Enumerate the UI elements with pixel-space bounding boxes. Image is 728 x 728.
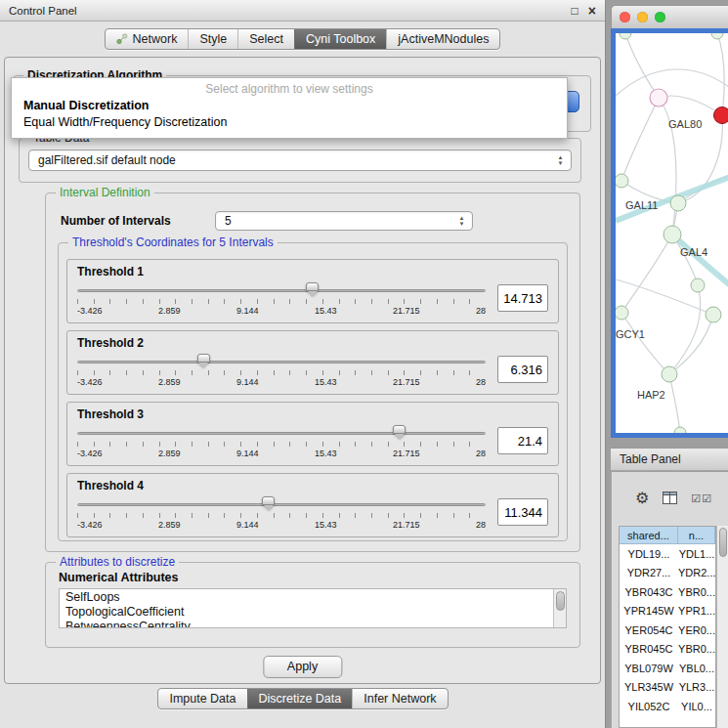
threshold-1-box: Threshold 1 -3.4262.8599.14415.4321.7152… bbox=[66, 259, 559, 323]
table-cell: YBR0... bbox=[678, 586, 715, 598]
tick-label: 28 bbox=[476, 377, 486, 387]
control-panel-titlebar[interactable]: Control Panel □ × bbox=[0, 0, 605, 21]
selected-red-node[interactable] bbox=[714, 107, 728, 124]
stepper-icon[interactable]: ▲▼ bbox=[454, 214, 469, 228]
table-cell: YER0... bbox=[678, 624, 715, 636]
slider-track[interactable] bbox=[77, 361, 486, 364]
threshold-4-slider[interactable] bbox=[77, 496, 486, 512]
threshold-1-value-field[interactable]: 14.713 bbox=[497, 284, 548, 312]
settings-gear-icon[interactable]: ⚙ bbox=[635, 491, 649, 506]
table-cell: YLR345W bbox=[620, 681, 678, 693]
table-cell: YBR0... bbox=[678, 643, 715, 655]
table-cell: YBL079W bbox=[620, 663, 678, 674]
combo-value: 5 bbox=[225, 214, 232, 228]
tick-label: 21.715 bbox=[393, 306, 420, 316]
zoom-traffic-light[interactable] bbox=[655, 12, 665, 22]
tab-label: Infer Network bbox=[364, 692, 436, 706]
cyni-toolbox-panel: Discretization Algorithm Select algorith… bbox=[4, 57, 601, 684]
threshold-1-slider[interactable] bbox=[77, 282, 486, 298]
number-of-intervals-combo[interactable]: 5 ▲▼ bbox=[215, 211, 473, 231]
popup-option-equal-width-frequency[interactable]: Equal Width/Frequency Discretization bbox=[12, 114, 567, 131]
tab-label: Discretize Data bbox=[259, 692, 342, 706]
float-window-icon[interactable]: □ bbox=[572, 4, 578, 18]
threshold-3-box: Threshold 3 -3.4262.8599.14415.4321.7152… bbox=[66, 402, 559, 466]
table-row[interactable]: YPR145WYPR1... bbox=[620, 602, 715, 621]
threshold-4-value-field[interactable]: 11.344 bbox=[497, 498, 548, 526]
threshold-2-value-field[interactable]: 6.316 bbox=[497, 356, 548, 383]
slider-track[interactable] bbox=[77, 289, 486, 292]
slider-ticks bbox=[77, 299, 486, 304]
table-row[interactable]: YER054CYER0... bbox=[620, 621, 715, 640]
tab-jactivemnodules[interactable]: jActiveMNodules bbox=[386, 29, 499, 49]
algorithm-dropdown-popup: Select algorithm to view settings Manual… bbox=[11, 77, 568, 139]
network-canvas[interactable]: GAL80 GAL11 GAL4 GCY1 HAP2 bbox=[611, 28, 728, 438]
slider-ticks bbox=[77, 442, 486, 447]
tick-label: 21.715 bbox=[393, 449, 420, 458]
threshold-3-slider[interactable] bbox=[77, 425, 486, 441]
list-scrollbar[interactable] bbox=[553, 589, 566, 627]
tab-select[interactable]: Select bbox=[237, 29, 294, 49]
popup-placeholder: Select algorithm to view settings bbox=[12, 81, 567, 98]
select-columns-checkbox-icon[interactable]: ☑☑ bbox=[691, 491, 712, 506]
table-scrollbar[interactable] bbox=[716, 526, 728, 728]
tab-label: Cyni Toolbox bbox=[306, 32, 375, 46]
slider-thumb[interactable] bbox=[197, 354, 210, 363]
table-row[interactable]: YLR345WYLR3... bbox=[620, 678, 715, 698]
table-cell: YPR145W bbox=[620, 605, 678, 617]
list-item[interactable]: BetweennessCentrality bbox=[60, 619, 566, 628]
network-window-titlebar[interactable] bbox=[611, 5, 728, 28]
node-attribute-table: shared... n... YDL19...YDL1... YDR27...Y… bbox=[619, 526, 716, 728]
tab-infer-network[interactable]: Infer Network bbox=[352, 689, 447, 708]
column-header[interactable]: shared... bbox=[620, 527, 678, 544]
table-cell: YIL0... bbox=[678, 701, 715, 712]
minimize-traffic-light[interactable] bbox=[637, 12, 648, 22]
slider-track[interactable] bbox=[77, 503, 486, 506]
table-data-group: Table Data galFiltered.sif default node … bbox=[19, 138, 581, 183]
slider-ticks bbox=[77, 513, 486, 518]
slider-thumb[interactable] bbox=[306, 282, 319, 291]
threshold-3-value-field[interactable]: 21.4 bbox=[497, 427, 548, 454]
list-item[interactable]: TopologicalCoefficient bbox=[60, 604, 566, 619]
table-row[interactable]: YIL052CYIL0... bbox=[620, 697, 715, 716]
table-row[interactable]: YDL19...YDL1... bbox=[620, 544, 715, 564]
node-label: HAP2 bbox=[637, 389, 665, 401]
table-row[interactable]: YBL079WYBL0... bbox=[620, 659, 715, 678]
tab-network[interactable]: Network bbox=[106, 29, 189, 49]
column-header[interactable]: n... bbox=[678, 527, 715, 544]
table-panel-titlebar[interactable]: Table Panel bbox=[611, 448, 728, 471]
table-cell: YBR043C bbox=[620, 586, 678, 598]
table-data-combo[interactable]: galFiltered.sif default node ▲▼ bbox=[28, 150, 572, 171]
tab-style[interactable]: Style bbox=[188, 29, 237, 49]
close-icon[interactable]: × bbox=[588, 3, 596, 19]
column-layout-icon[interactable] bbox=[663, 492, 677, 504]
table-panel: ⚙ ☑☑ shared... n... YDL19...YDL1... YDR2… bbox=[611, 472, 728, 728]
stepper-icon[interactable]: ▲▼ bbox=[553, 152, 568, 168]
attributes-to-discretize-group: Attributes to discretize Numerical Attri… bbox=[45, 562, 580, 648]
threshold-label: Threshold 2 bbox=[77, 336, 548, 350]
group-title: Threshold's Coordinates for 5 Intervals bbox=[68, 236, 278, 249]
tab-discretize-data[interactable]: Discretize Data bbox=[247, 689, 353, 708]
slider-track[interactable] bbox=[77, 432, 486, 435]
close-traffic-light[interactable] bbox=[620, 12, 630, 22]
tick-label: 9.144 bbox=[236, 377, 259, 387]
number-of-intervals-row: Number of Intervals 5 ▲▼ bbox=[61, 211, 569, 231]
tab-impute-data[interactable]: Impute Data bbox=[158, 689, 246, 708]
slider-tick-labels: -3.4262.8599.14415.4321.71528 bbox=[77, 377, 486, 387]
network-nodes[interactable] bbox=[616, 33, 723, 433]
network-graph[interactable]: GAL80 GAL11 GAL4 GCY1 HAP2 bbox=[616, 33, 728, 433]
table-row[interactable]: YDR27...YDR2... bbox=[620, 564, 715, 583]
scrollbar-thumb[interactable] bbox=[556, 591, 565, 611]
table-row[interactable]: YBR045CYBR0... bbox=[620, 640, 715, 660]
popup-option-manual-discretization[interactable]: Manual Discretization bbox=[12, 98, 567, 114]
tick-label: 2.859 bbox=[158, 520, 181, 530]
slider-thumb[interactable] bbox=[393, 425, 406, 434]
list-item[interactable]: SelfLoops bbox=[60, 589, 566, 604]
slider-thumb[interactable] bbox=[262, 496, 275, 505]
group-title: Attributes to discretize bbox=[56, 555, 179, 569]
table-row[interactable]: YBR043CYBR0... bbox=[620, 582, 715, 602]
apply-button[interactable]: Apply bbox=[263, 656, 342, 678]
threshold-2-slider[interactable] bbox=[77, 354, 486, 369]
gal80-node[interactable] bbox=[650, 89, 667, 107]
scrollbar-thumb[interactable] bbox=[719, 528, 727, 557]
tab-cyni-toolbox[interactable]: Cyni Toolbox bbox=[294, 29, 386, 49]
